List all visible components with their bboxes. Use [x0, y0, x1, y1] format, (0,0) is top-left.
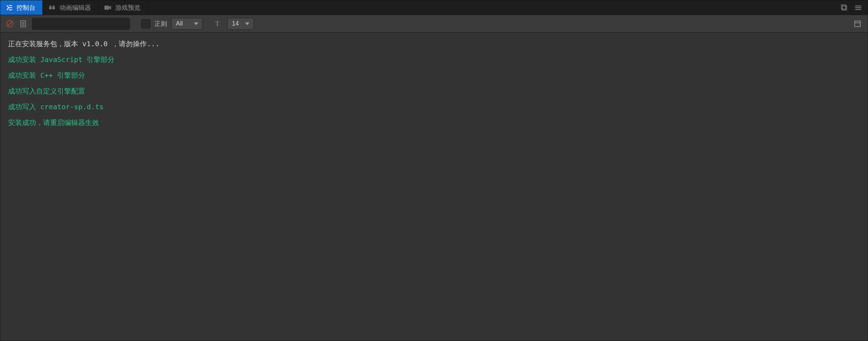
log-line[interactable]: 安装成功，请重启编辑器生效	[0, 115, 868, 131]
svg-point-3	[49, 7, 52, 9]
clear-button[interactable]	[5, 19, 14, 28]
regex-checkbox[interactable]	[141, 19, 150, 28]
svg-text:T: T	[215, 20, 219, 27]
tab-label: 游戏预览	[115, 4, 140, 12]
svg-rect-5	[49, 6, 51, 7]
collapse-button[interactable]	[853, 19, 862, 28]
console-icon	[6, 4, 13, 11]
svg-line-14	[8, 22, 12, 26]
search-input[interactable]	[32, 18, 130, 30]
tab-console[interactable]: 控制台	[0, 0, 43, 15]
log-level-select[interactable]: All	[171, 18, 203, 30]
font-size-icon: T	[214, 19, 223, 28]
log-level-value: All	[176, 20, 183, 27]
svg-rect-20	[855, 21, 860, 27]
chevron-down-icon	[245, 22, 249, 25]
camera-icon	[104, 5, 112, 11]
log-line[interactable]: 成功写入 creator-sp.d.ts	[0, 99, 868, 115]
log-line[interactable]: 成功安装 JavaScript 引擎部分	[0, 52, 868, 68]
popout-button[interactable]	[840, 3, 849, 12]
toolbar-right	[853, 19, 863, 28]
copy-button[interactable]	[19, 19, 28, 28]
log-line[interactable]: 成功写入自定义引擎配置	[0, 83, 868, 99]
console-panel: 控制台 动画编辑器 游戏预览	[0, 0, 868, 341]
tabs-right-controls	[840, 0, 868, 15]
svg-rect-8	[842, 6, 847, 10]
chevron-down-icon	[194, 22, 198, 25]
regex-label: 正则	[154, 20, 167, 28]
font-size-select[interactable]: 14	[227, 18, 254, 30]
panel-menu-button[interactable]	[854, 3, 863, 12]
tab-label: 动画编辑器	[60, 4, 91, 12]
animation-icon	[48, 4, 56, 11]
svg-point-4	[52, 7, 55, 9]
console-output[interactable]: 正在安装服务包，版本 v1.0.0 ，请勿操作...成功安装 JavaScrip…	[0, 33, 868, 341]
svg-rect-7	[104, 6, 109, 10]
log-line[interactable]: 成功安装 C++ 引擎部分	[0, 68, 868, 83]
svg-rect-9	[841, 5, 846, 9]
tab-animation-editor[interactable]: 动画编辑器	[43, 0, 98, 15]
tab-label: 控制台	[16, 4, 35, 12]
log-line[interactable]: 正在安装服务包，版本 v1.0.0 ，请勿操作...	[0, 36, 868, 52]
svg-rect-6	[53, 6, 55, 7]
tab-game-preview[interactable]: 游戏预览	[98, 0, 148, 15]
font-size-value: 14	[232, 20, 239, 27]
console-toolbar: 正则 All T 14	[0, 15, 868, 33]
tabs-bar: 控制台 动画编辑器 游戏预览	[0, 0, 868, 15]
